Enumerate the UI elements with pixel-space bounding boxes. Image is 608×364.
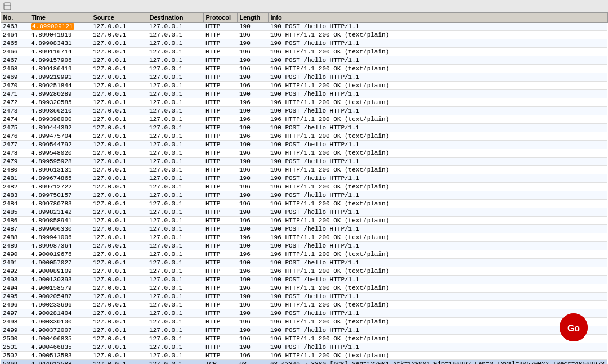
cell-time: 4.900281404 xyxy=(29,309,91,318)
cell-source: 127.0.0.1 xyxy=(91,242,147,250)
table-row[interactable]: 24934.900130393127.0.0.1127.0.0.1HTTP190… xyxy=(1,276,607,284)
cell-protocol: HTTP xyxy=(203,174,237,183)
cell-source: 127.0.0.1 xyxy=(91,183,147,191)
cell-length: 190 xyxy=(237,276,268,284)
cell-protocol: HTTP xyxy=(203,259,237,267)
table-row[interactable]: 24894.899987364127.0.0.1127.0.0.1HTTP190… xyxy=(1,242,607,250)
cell-time: 4.944612588 xyxy=(29,360,91,365)
cell-protocol: HTTP xyxy=(203,124,237,132)
cell-no: 2466 xyxy=(1,48,29,56)
cell-length: 196 xyxy=(237,166,268,174)
cell-destination: 127.0.0.1 xyxy=(147,149,203,158)
cell-info: 196 HTTP/1.1 200 OK (text/plain) xyxy=(268,48,607,56)
cell-source: 127.0.0.1 xyxy=(91,107,147,115)
cell-protocol: HTTP xyxy=(203,225,237,233)
cell-info: 190 POST /hello HTTP/1.1 xyxy=(268,259,607,267)
table-row[interactable]: 24904.900019676127.0.0.1127.0.0.1HTTP196… xyxy=(1,250,607,259)
table-row[interactable]: 24774.899544792127.0.0.1127.0.0.1HTTP190… xyxy=(1,141,607,149)
table-row[interactable]: 24724.899320585127.0.0.1127.0.0.1HTTP196… xyxy=(1,98,607,107)
cell-destination: 127.0.0.1 xyxy=(147,250,203,259)
table-row[interactable]: 24984.900330100127.0.0.1127.0.0.1HTTP196… xyxy=(1,318,607,326)
cell-time: 4.899475704 xyxy=(29,132,91,141)
col-no: No. xyxy=(1,13,29,23)
table-row[interactable]: 24744.899398000127.0.0.1127.0.0.1HTTP196… xyxy=(1,115,607,124)
table-row[interactable]: 24664.899116714127.0.0.1127.0.0.1HTTP196… xyxy=(1,48,607,56)
table-row[interactable]: 24694.899219991127.0.0.1127.0.0.1HTTP190… xyxy=(1,73,607,82)
table-row[interactable]: 24764.899475704127.0.0.1127.0.0.1HTTP196… xyxy=(1,132,607,141)
table-row[interactable]: 50694.944612588127.0.0.1127.0.0.1TCP6868… xyxy=(1,360,607,365)
cell-length: 196 xyxy=(237,352,268,360)
cell-no: 2500 xyxy=(1,335,29,343)
cell-info: 190 POST /hello HTTP/1.1 xyxy=(268,23,607,31)
table-row[interactable]: 24754.899444392127.0.0.1127.0.0.1HTTP190… xyxy=(1,124,607,132)
cell-protocol: HTTP xyxy=(203,56,237,65)
cell-protocol: HTTP xyxy=(203,276,237,284)
table-row[interactable]: 24814.899674865127.0.0.1127.0.0.1HTTP190… xyxy=(1,174,607,183)
cell-source: 127.0.0.1 xyxy=(91,326,147,335)
table-row[interactable]: 24944.900158579127.0.0.1127.0.0.1HTTP196… xyxy=(1,284,607,293)
table-row[interactable]: 24684.899186419127.0.0.1127.0.0.1HTTP196… xyxy=(1,65,607,73)
table-row[interactable]: 24994.900372007127.0.0.1127.0.0.1HTTP190… xyxy=(1,326,607,335)
cell-time: 4.899009121 xyxy=(29,23,91,31)
svg-rect-0 xyxy=(4,3,11,10)
cell-source: 127.0.0.1 xyxy=(91,31,147,39)
cell-protocol: HTTP xyxy=(203,31,237,39)
table-row[interactable]: 25004.900406835127.0.0.1127.0.0.1HTTP196… xyxy=(1,335,607,343)
table-row[interactable]: 24644.899041919127.0.0.1127.0.0.1HTTP196… xyxy=(1,31,607,39)
cell-protocol: HTTP xyxy=(203,293,237,301)
cell-time: 4.900406835 xyxy=(29,335,91,343)
cell-destination: 127.0.0.1 xyxy=(147,39,203,48)
table-row[interactable]: 24864.899858941127.0.0.1127.0.0.1HTTP196… xyxy=(1,217,607,225)
cell-time: 4.899548020 xyxy=(29,149,91,158)
table-row[interactable]: 24924.900089109127.0.0.1127.0.0.1HTTP196… xyxy=(1,267,607,276)
cell-length: 196 xyxy=(237,200,268,208)
col-protocol: Protocol xyxy=(203,13,237,23)
table-row[interactable]: 24674.899157906127.0.0.1127.0.0.1HTTP190… xyxy=(1,56,607,65)
table-row[interactable]: 24844.899780783127.0.0.1127.0.0.1HTTP196… xyxy=(1,200,607,208)
table-row[interactable]: 24654.899083431127.0.0.1127.0.0.1HTTP190… xyxy=(1,39,607,48)
cell-info: 196 HTTP/1.1 200 OK (text/plain) xyxy=(268,31,607,39)
cell-info: 196 HTTP/1.1 200 OK (text/plain) xyxy=(268,200,607,208)
cell-protocol: HTTP xyxy=(203,183,237,191)
table-row[interactable]: 24634.899009121127.0.0.1127.0.0.1HTTP190… xyxy=(1,23,607,31)
cell-info: 196 HTTP/1.1 200 OK (text/plain) xyxy=(268,98,607,107)
cell-time: 4.899366210 xyxy=(29,107,91,115)
cell-no: 2467 xyxy=(1,56,29,65)
table-row[interactable]: 24834.899750157127.0.0.1127.0.0.1HTTP190… xyxy=(1,191,607,200)
cell-no: 2485 xyxy=(1,208,29,217)
cell-no: 2491 xyxy=(1,259,29,267)
table-row[interactable]: 24804.899613131127.0.0.1127.0.0.1HTTP196… xyxy=(1,166,607,174)
cell-info: 196 HTTP/1.1 200 OK (text/plain) xyxy=(268,233,607,242)
cell-info: 190 POST /hello HTTP/1.1 xyxy=(268,73,607,82)
cell-source: 127.0.0.1 xyxy=(91,82,147,90)
table-row[interactable]: 24974.900281404127.0.0.1127.0.0.1HTTP190… xyxy=(1,309,607,318)
cell-length: 196 xyxy=(237,183,268,191)
table-row[interactable]: 25014.900466835127.0.0.1127.0.0.1HTTP190… xyxy=(1,343,607,352)
cell-time: 4.899544792 xyxy=(29,141,91,149)
cell-source: 127.0.0.1 xyxy=(91,200,147,208)
cell-protocol: HTTP xyxy=(203,82,237,90)
table-row[interactable]: 24704.899251844127.0.0.1127.0.0.1HTTP196… xyxy=(1,82,607,90)
table-row[interactable]: 24824.899712722127.0.0.1127.0.0.1HTTP196… xyxy=(1,183,607,191)
cell-time: 4.899320585 xyxy=(29,98,91,107)
cell-time: 4.899116714 xyxy=(29,48,91,56)
col-time: Time xyxy=(29,13,91,23)
table-row[interactable]: 24854.899823142127.0.0.1127.0.0.1HTTP190… xyxy=(1,208,607,217)
table-row[interactable]: 24784.899548020127.0.0.1127.0.0.1HTTP196… xyxy=(1,149,607,158)
cell-length: 196 xyxy=(237,284,268,293)
table-row[interactable]: 24794.899595928127.0.0.1127.0.0.1HTTP190… xyxy=(1,158,607,166)
table-row[interactable]: 24964.900233696127.0.0.1127.0.0.1HTTP196… xyxy=(1,301,607,309)
table-row[interactable]: 24714.899280289127.0.0.1127.0.0.1HTTP190… xyxy=(1,90,607,98)
cell-protocol: HTTP xyxy=(203,284,237,293)
table-row[interactable]: 25024.900513583127.0.0.1127.0.0.1HTTP196… xyxy=(1,352,607,360)
cell-no: 2501 xyxy=(1,343,29,352)
table-row[interactable]: 24884.899941006127.0.0.1127.0.0.1HTTP196… xyxy=(1,233,607,242)
table-row[interactable]: 24734.899366210127.0.0.1127.0.0.1HTTP190… xyxy=(1,107,607,115)
cell-protocol: HTTP xyxy=(203,352,237,360)
table-row[interactable]: 24874.899906330127.0.0.1127.0.0.1HTTP190… xyxy=(1,225,607,233)
cell-time: 4.899219991 xyxy=(29,73,91,82)
cell-no: 2472 xyxy=(1,98,29,107)
cell-time: 4.899780783 xyxy=(29,200,91,208)
table-row[interactable]: 24954.900205487127.0.0.1127.0.0.1HTTP190… xyxy=(1,293,607,301)
table-row[interactable]: 24914.900057027127.0.0.1127.0.0.1HTTP190… xyxy=(1,259,607,267)
